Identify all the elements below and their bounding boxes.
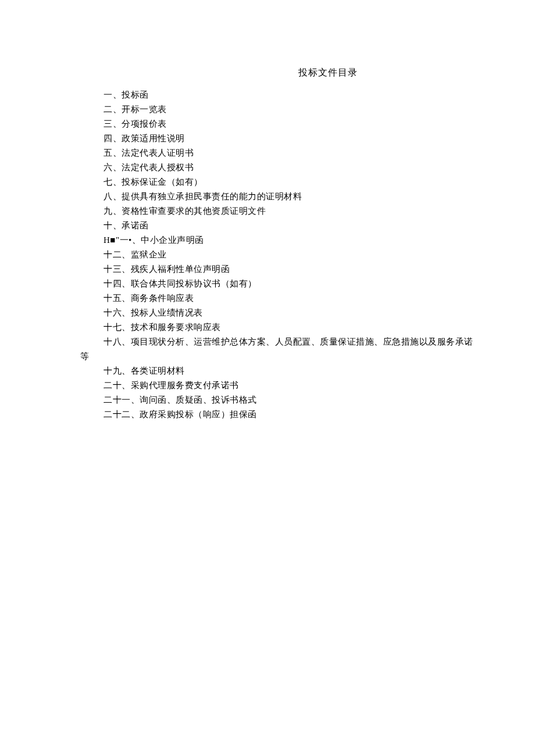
toc-item: 二十、采购代理服务费支付承诺书 xyxy=(104,378,500,393)
toc-item: 二十二、政府采购投标（响应）担保函 xyxy=(104,407,500,422)
toc-item: 十九、各类证明材料 xyxy=(104,364,500,378)
toc-item: 十三、残疾人福利性单位声明函 xyxy=(104,262,500,277)
toc-item: 四、政策适用性说明 xyxy=(104,131,500,146)
toc-item: 一、投标函 xyxy=(104,88,500,102)
toc-item: 五、法定代表人证明书 xyxy=(104,146,500,160)
toc-item: H■"一•、中小企业声明函 xyxy=(104,233,500,248)
toc-item: 十五、商务条件响应表 xyxy=(104,291,500,306)
toc-item: 七、投标保证金（如有） xyxy=(104,175,500,189)
toc-item: 八、提供具有独立承担民事责任的能力的证明材料 xyxy=(104,189,500,204)
toc-item: 三、分项报价表 xyxy=(104,117,500,131)
toc-item: 十、承诺函 xyxy=(104,218,500,233)
toc-continuation: 等 xyxy=(80,349,500,364)
toc-item: 六、法定代表人授权书 xyxy=(104,160,500,175)
toc-item: 二十一、询问函、质疑函、投诉书格式 xyxy=(104,393,500,407)
toc-item: 十二、监狱企业 xyxy=(104,248,500,262)
page-title: 投标文件目录 xyxy=(156,67,500,79)
toc-item: 十六、投标人业绩情况表 xyxy=(104,306,500,320)
toc-item: 十七、技术和服务要求响应表 xyxy=(104,320,500,335)
toc-item: 二、开标一览表 xyxy=(104,102,500,117)
toc-item: 十八、项目现状分析、运营维护总体方案、人员配置、质量保证措施、应急措施以及服务承… xyxy=(104,335,500,349)
toc-item: 九、资格性审查要求的其他资质证明文件 xyxy=(104,204,500,218)
toc-item: 十四、联合体共同投标协议书（如有） xyxy=(104,277,500,291)
